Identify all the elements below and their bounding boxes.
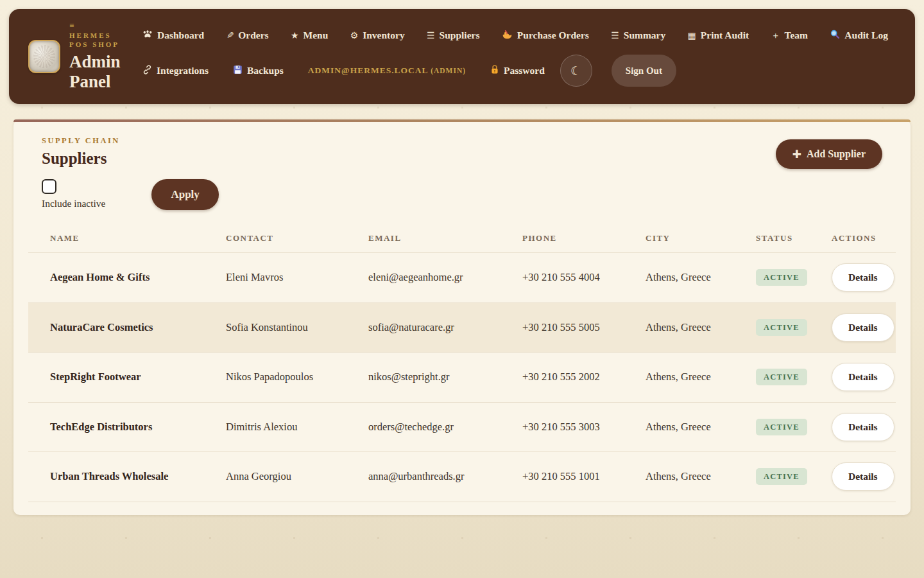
actions-cell: Details [832,313,894,342]
nav-label: Summary [624,30,665,41]
supplier-contact: Nikos Papadopoulos [226,371,368,383]
nav-label: Orders [238,30,268,41]
table-row: Aegean Home & Gifts Eleni Mavros eleni@a… [28,252,896,302]
gear-icon: ⚙ [350,31,359,40]
status-cell: ACTIVE [756,468,832,485]
brand-name-line1: HERMES [69,31,128,40]
column-header-email: EMAIL [368,233,522,243]
details-button[interactable]: Details [832,263,894,292]
nav-label: Password [504,65,545,76]
link-icon [142,65,152,77]
nav-label: Audit Log [844,30,888,41]
nav-label: Inventory [363,30,404,41]
supplier-phone: +30 210 555 3003 [522,421,646,434]
supplier-email: sofia@naturacare.gr [368,321,522,334]
supplier-contact: Eleni Mavros [226,271,368,284]
theme-toggle-button[interactable]: ☾ [560,55,592,87]
table-row: StepRight Footwear Nikos Papadopoulos ni… [28,352,896,402]
nav-item-team[interactable]: ＋ Team [771,30,808,41]
nav-item-orders[interactable]: ✎ Orders [227,30,269,41]
status-cell: ACTIVE [756,419,832,435]
nav-item-integrations[interactable]: Integrations [142,65,209,77]
supplier-city: Athens, Greece [646,321,756,334]
supplier-phone: +30 210 555 4004 [522,271,646,284]
status-cell: ACTIVE [756,269,832,286]
menu-lines-icon: ≡ [69,21,128,30]
floppy-icon [233,65,243,77]
supplier-city: Athens, Greece [646,271,756,284]
column-header-name: NAME [50,233,226,243]
card-header: SUPPLY CHAIN Suppliers ✚ Add Supplier [28,136,896,169]
supplier-name: Urban Threads Wholesale [50,470,226,483]
nav-item-summary[interactable]: ☰ Summary [611,30,665,41]
sign-out-button[interactable]: Sign Out [612,55,676,87]
nav-label: Purchase Orders [517,30,589,41]
details-button[interactable]: Details [832,313,894,342]
user-email: ADMIN@HERMES.LOCAL (ADMIN) [308,66,466,76]
user-email-text: ADMIN@HERMES.LOCAL [308,66,428,75]
pencil-icon: ✎ [227,31,234,40]
hand-icon [502,30,513,42]
status-cell: ACTIVE [756,319,832,336]
supplier-contact: Sofia Konstantinou [226,321,368,334]
table-bottom-divider [28,502,896,502]
filter-row: Include inactive Apply [28,179,896,210]
nav-item-inventory[interactable]: ⚙ Inventory [350,30,405,41]
status-badge: ACTIVE [756,269,807,286]
nav-item-purchase-orders[interactable]: Purchase Orders [502,30,589,42]
header-bar: ≡ HERMES POS SHOP Admin Panel Dashboard … [9,9,915,104]
nav-item-print-audit[interactable]: ▦ Print Audit [688,30,749,41]
supplier-email: orders@techedge.gr [368,421,522,434]
nav-secondary-row: Integrations Backups ADMIN@HERMES.LOCAL … [142,55,888,87]
actions-cell: Details [832,462,894,491]
app-logo [28,40,60,73]
nav-item-menu[interactable]: ★ Menu [291,30,328,41]
add-supplier-button[interactable]: ✚ Add Supplier [776,139,882,169]
nav-item-backups[interactable]: Backups [233,65,284,77]
nav-label: Suppliers [440,30,480,41]
supplier-name: StepRight Footwear [50,371,226,383]
main-nav: Dashboard ✎ Orders ★ Menu ⚙ Inventory ☰ … [142,26,888,87]
nav-item-audit-log[interactable]: Audit Log [830,29,888,42]
nav-item-dashboard[interactable]: Dashboard [142,30,204,41]
title-block: SUPPLY CHAIN Suppliers [42,136,120,168]
paw-icon [142,30,153,41]
supplier-email: nikos@stepright.gr [368,371,522,383]
nav-label: Menu [304,30,329,41]
brand-text: ≡ HERMES POS SHOP Admin Panel [69,21,128,92]
details-button[interactable]: Details [832,462,894,491]
column-header-status: STATUS [756,233,832,243]
supplier-phone: +30 210 555 1001 [522,470,646,483]
nav-label: Print Audit [701,30,749,41]
nav-label: Dashboard [157,30,204,41]
nav-label: Backups [247,65,284,76]
plus-icon: ✚ [792,148,801,161]
include-inactive-checkbox[interactable] [42,179,56,194]
lock-icon [490,64,499,77]
admin-panel-title: Admin Panel [69,52,128,92]
supplier-city: Athens, Greece [646,371,756,383]
column-header-actions: ACTIONS [832,233,887,243]
include-inactive-group: Include inactive [42,179,105,209]
add-supplier-label: Add Supplier [807,148,866,160]
status-badge: ACTIVE [756,468,807,485]
details-button[interactable]: Details [832,363,894,391]
column-header-city: CITY [646,233,756,243]
include-inactive-label: Include inactive [42,198,105,209]
status-cell: ACTIVE [756,369,832,385]
details-button[interactable]: Details [832,413,894,441]
nav-item-suppliers[interactable]: ☰ Suppliers [427,30,479,41]
supplier-phone: +30 210 555 2002 [522,371,646,383]
supplier-phone: +30 210 555 5005 [522,321,646,334]
apply-button[interactable]: Apply [151,179,218,210]
nav-item-password[interactable]: Password [490,64,545,77]
supplier-email: eleni@aegeanhome.gr [368,271,522,284]
supplier-name: Aegean Home & Gifts [50,271,226,284]
supplier-name: NaturaCare Cosmetics [50,321,226,334]
supplier-contact: Dimitris Alexiou [226,421,368,434]
list-icon: ☰ [427,31,435,40]
actions-cell: Details [832,263,894,292]
column-header-contact: CONTACT [226,233,368,243]
nav-label: Integrations [157,65,209,76]
suppliers-table: NAME CONTACT EMAIL PHONE CITY STATUS ACT… [28,224,896,502]
